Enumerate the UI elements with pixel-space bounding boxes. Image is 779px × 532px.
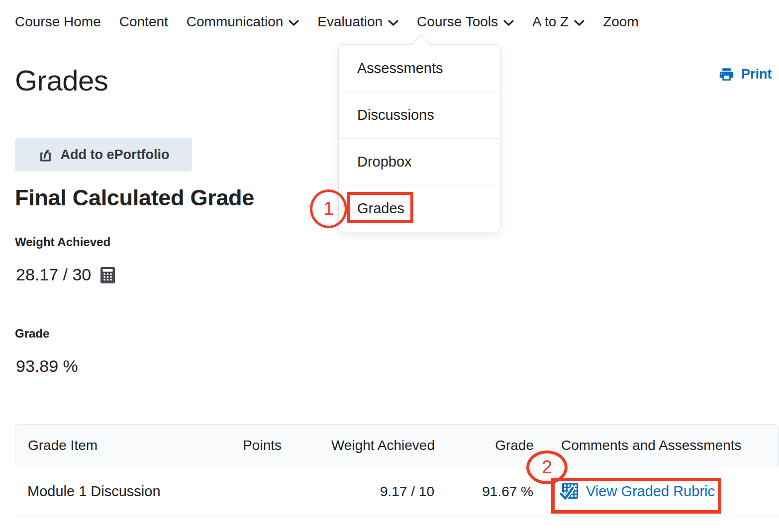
nav-item-content[interactable]: Content — [119, 14, 168, 30]
cell-grade-item: Module 1 Discussion — [27, 466, 161, 517]
grade-label: Grade — [15, 327, 49, 341]
header-points: Points — [190, 425, 282, 466]
nav-item-label: A to Z — [532, 14, 569, 30]
cell-weight-achieved: 9.17 / 10 — [313, 466, 434, 517]
annotation-step-1-circle: 1 — [310, 189, 347, 228]
nav-item-label: Communication — [187, 14, 284, 30]
final-grade-heading: Final Calculated Grade — [15, 185, 254, 211]
print-button[interactable]: Print — [718, 66, 772, 83]
annotation-step-2-circle: 2 — [526, 450, 568, 484]
nav-item-label: Course Tools — [417, 14, 498, 30]
add-to-eportfolio-label: Add to ePortfolio — [61, 147, 170, 163]
nav-item-communication[interactable]: Communication — [187, 14, 299, 30]
nav-item-a-to-z[interactable]: A to Z — [532, 14, 584, 30]
grades-table-header: Grade Item Points Weight Achieved Grade … — [15, 424, 779, 466]
annotation-step-2-box — [551, 478, 721, 514]
chevron-down-icon — [503, 20, 514, 26]
page-title: Grades — [15, 64, 108, 97]
chevron-down-icon — [289, 20, 299, 26]
nav-item-course-tools[interactable]: Course Tools — [417, 14, 514, 30]
chevron-down-icon — [388, 20, 398, 26]
nav-item-evaluation[interactable]: Evaluation — [317, 14, 398, 30]
nav-item-label: Evaluation — [317, 14, 383, 30]
annotation-step-1-box — [347, 192, 413, 223]
nav-item-zoom[interactable]: Zoom — [603, 14, 639, 30]
course-navbar: Course Home Content Communication Evalua… — [0, 0, 779, 44]
weight-achieved-label: Weight Achieved — [15, 235, 110, 249]
print-label: Print — [741, 67, 772, 82]
cell-points — [189, 466, 281, 517]
menu-item-discussions[interactable]: Discussions — [339, 91, 500, 138]
cell-grade: 91.67 % — [478, 466, 533, 517]
menu-item-assessments[interactable]: Assessments — [339, 45, 500, 91]
header-weight-achieved: Weight Achieved — [314, 425, 435, 466]
calculator-icon[interactable] — [100, 266, 115, 284]
printer-icon — [718, 66, 735, 83]
share-icon — [38, 147, 53, 163]
nav-item-course-home[interactable]: Course Home — [15, 14, 101, 30]
menu-item-dropbox[interactable]: Dropbox — [339, 138, 500, 185]
header-grade-item: Grade Item — [28, 425, 97, 466]
grade-value: 93.89 % — [16, 356, 78, 376]
weight-achieved-value: 28.17 / 30 — [16, 265, 91, 284]
add-to-eportfolio-button[interactable]: Add to ePortfolio — [15, 138, 192, 172]
chevron-down-icon — [574, 20, 584, 26]
grades-page: Course Home Content Communication Evalua… — [0, 0, 779, 532]
header-grade: Grade — [478, 425, 534, 466]
header-comments-assessments: Comments and Assessments — [561, 425, 742, 466]
weight-achieved-value-row: 28.17 / 30 — [16, 265, 115, 284]
